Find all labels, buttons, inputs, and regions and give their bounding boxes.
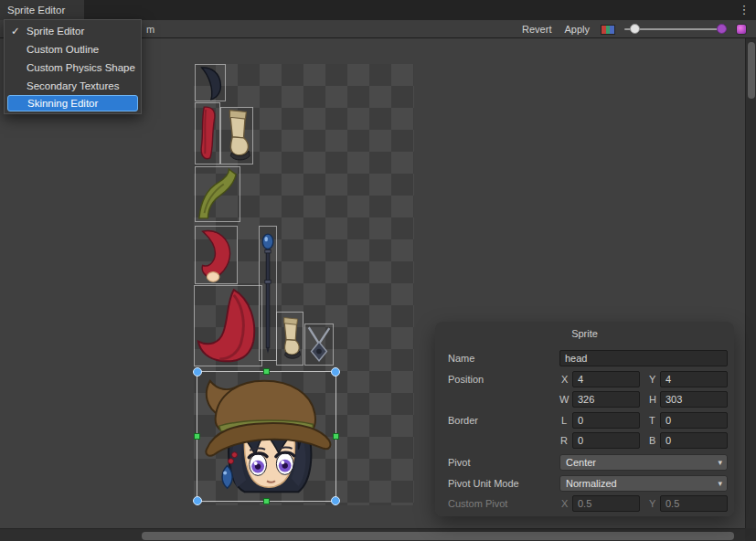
custom-pivot-y-input <box>660 495 728 512</box>
menu-item-custom-outline[interactable]: Custom Outline <box>5 40 141 58</box>
position-y-label: Y <box>649 374 655 385</box>
sprite-sleeve[interactable] <box>195 102 220 164</box>
position-x-input[interactable] <box>572 371 640 387</box>
amulet-art <box>305 324 333 365</box>
position-label: Position <box>448 374 484 385</box>
menu-item-label: Secondary Textures <box>27 80 119 91</box>
pivot-unit-mode-value: Normalized <box>566 478 617 489</box>
selection-handle-bottom-mid[interactable] <box>263 498 270 504</box>
position-w-label: W <box>559 394 569 405</box>
editor-mode-menu: ✓ Sprite Editor Custom Outline Custom Ph… <box>4 19 142 114</box>
apply-button[interactable]: Apply <box>562 20 591 38</box>
border-l-input[interactable] <box>572 412 640 429</box>
selection-handle-top-mid[interactable] <box>263 368 270 375</box>
hair-tuft-art <box>196 65 225 101</box>
border-label: Border <box>448 415 478 426</box>
arm-art <box>196 227 237 283</box>
sprite-head-selected[interactable] <box>197 371 336 502</box>
border-r-input[interactable] <box>572 432 640 449</box>
selection-handle-bottom-right[interactable] <box>331 496 340 505</box>
custom-pivot-x-label: X <box>561 498 568 509</box>
sprite-boot[interactable] <box>220 107 253 164</box>
position-y-input[interactable] <box>660 371 728 387</box>
position-x-label: X <box>561 374 568 385</box>
border-t-input[interactable] <box>660 412 728 429</box>
horizontal-scrollbar-thumb[interactable] <box>142 532 734 540</box>
sprite-scarf[interactable] <box>195 166 240 222</box>
pivot-value: Center <box>566 457 596 468</box>
selection-handle-bottom-left[interactable] <box>193 496 202 505</box>
mip-slider-knob[interactable] <box>717 24 727 34</box>
sprite-hat-piece[interactable] <box>194 285 262 366</box>
toolbar-right-group: Revert Apply <box>520 20 747 38</box>
border-t-label: T <box>649 415 655 426</box>
sprite-hair-tuft[interactable] <box>195 64 226 101</box>
sleeve-art <box>196 103 219 164</box>
pivot-dropdown[interactable]: Center ▾ <box>559 454 728 471</box>
hat-piece-art <box>195 286 261 366</box>
head-art <box>197 372 335 501</box>
custom-pivot-x-input <box>572 495 640 512</box>
position-w-input[interactable] <box>572 391 640 408</box>
menu-item-custom-physics-shape[interactable]: Custom Physics Shape <box>5 58 141 77</box>
vertical-scrollbar[interactable] <box>745 38 756 528</box>
selection-handle-mid-right[interactable] <box>333 433 339 440</box>
horizontal-scrollbar[interactable] <box>0 528 745 541</box>
menu-item-sprite-editor[interactable]: ✓ Sprite Editor <box>5 22 141 40</box>
position-h-label: H <box>649 394 656 405</box>
editor-mode-dropdown-button[interactable]: Sprite Editor <box>0 0 84 20</box>
position-h-input[interactable] <box>660 391 728 408</box>
sprite-arm[interactable] <box>195 226 238 284</box>
menu-item-skinning-editor[interactable]: Skinning Editor <box>7 95 138 111</box>
mip-texture-icon <box>736 24 747 35</box>
kebab-menu-icon[interactable]: ⋮ <box>736 0 752 20</box>
boot-2-art <box>277 313 303 365</box>
trim-button-fragment[interactable]: m <box>146 20 154 38</box>
selection-handle-top-left[interactable] <box>193 367 202 377</box>
chevron-down-icon: ▾ <box>718 476 722 491</box>
sprite-inspector-panel: Sprite Name Position X Y W H Border L T … <box>435 322 734 516</box>
scarf-art <box>196 167 240 221</box>
menu-item-label: Custom Outline <box>27 44 99 55</box>
sprite-amulet[interactable] <box>304 324 334 366</box>
selection-handle-top-right[interactable] <box>331 367 340 377</box>
texture-view[interactable] <box>194 64 414 505</box>
vertical-scrollbar-thumb[interactable] <box>748 42 755 99</box>
pivot-label: Pivot <box>448 457 470 468</box>
border-r-label: R <box>560 435 568 446</box>
sprite-editor-window: Sprite Editor ⋮ m Revert Apply <box>0 0 756 541</box>
menu-item-label: Sprite Editor <box>27 26 84 37</box>
custom-pivot-label: Custom Pivot <box>448 498 507 509</box>
selection-handle-mid-left[interactable] <box>194 433 200 440</box>
scrollbar-corner <box>745 528 756 541</box>
pivot-unit-mode-dropdown[interactable]: Normalized ▾ <box>559 475 728 492</box>
zoom-slider[interactable] <box>624 20 727 38</box>
boot-art <box>221 108 252 164</box>
chevron-down-icon: ▾ <box>718 455 722 470</box>
name-input[interactable] <box>559 350 728 366</box>
title-bar: Sprite Editor ⋮ <box>0 0 756 20</box>
name-label: Name <box>448 353 474 364</box>
border-b-label: B <box>649 435 655 446</box>
sprite-boot-2[interactable] <box>276 312 303 366</box>
border-b-input[interactable] <box>660 432 728 449</box>
zoom-slider-knob[interactable] <box>630 24 640 34</box>
border-l-label: L <box>561 415 567 426</box>
checkmark-icon: ✓ <box>11 22 20 40</box>
menu-item-secondary-textures[interactable]: Secondary Textures <box>5 77 141 95</box>
menu-item-label: Custom Physics Shape <box>27 62 135 73</box>
custom-pivot-y-label: Y <box>649 498 655 509</box>
pivot-unit-mode-label: Pivot Unit Mode <box>448 478 519 489</box>
revert-button[interactable]: Revert <box>520 20 553 38</box>
menu-item-label: Skinning Editor <box>27 98 98 109</box>
rgb-alpha-toggle-icon[interactable] <box>601 25 615 35</box>
panel-title: Sprite <box>435 328 734 339</box>
